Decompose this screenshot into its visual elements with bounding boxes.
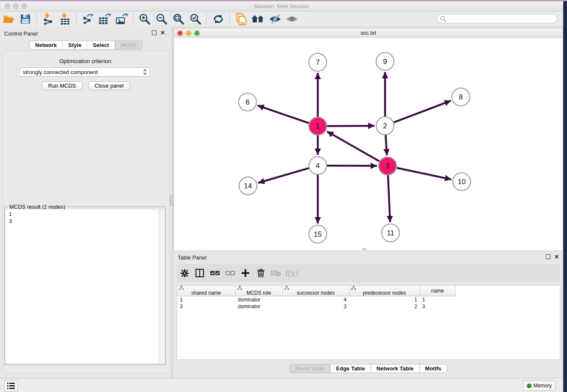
clone-network-icon[interactable] <box>234 13 248 25</box>
graph-node-label-1: 1 <box>316 122 319 130</box>
graph-edge-1-2[interactable] <box>327 126 374 126</box>
import-table-icon[interactable] <box>58 13 72 25</box>
show-all-icon[interactable] <box>285 13 299 25</box>
add-icon[interactable] <box>238 266 253 280</box>
graph-edge-4-14[interactable] <box>258 168 309 183</box>
zoom-network-icon[interactable]: + <box>194 30 200 36</box>
desktop-background <box>563 0 567 392</box>
import-network-icon[interactable] <box>41 13 55 25</box>
network-window-title: scc.txt <box>174 28 563 38</box>
task-history-button[interactable] <box>4 380 18 392</box>
table-cell[interactable]: 2 <box>349 303 420 310</box>
export-image-icon[interactable] <box>115 13 129 25</box>
toolbar-separator <box>76 13 77 25</box>
close-network-icon[interactable]: ✕ <box>177 30 183 36</box>
save-session-icon[interactable] <box>18 13 33 25</box>
mcds-result-scrollbar[interactable] <box>158 210 164 363</box>
graph-edge-3-1[interactable] <box>327 131 380 161</box>
column-header-successor-nodes[interactable]: successor nodes <box>282 286 349 296</box>
tab-node-table[interactable]: Node Table <box>289 364 330 373</box>
select-stepper-icon <box>143 69 147 75</box>
tab-select[interactable]: Select <box>87 41 115 50</box>
network-canvas[interactable]: 7968124314101511 <box>174 38 563 251</box>
statusbar: Memory <box>0 378 563 392</box>
minimize-network-icon[interactable]: − <box>186 30 191 36</box>
table-row[interactable]: 3dominator323 <box>177 303 455 310</box>
toolbar-separator <box>133 13 134 25</box>
search-input[interactable] <box>437 14 557 23</box>
table-tabs: Node TableEdge TableNetwork TableMotifs <box>173 364 563 373</box>
table-cell[interactable]: dominator <box>235 303 282 310</box>
hide-selected-icon[interactable] <box>268 13 282 25</box>
function-builder-icon: f(x) <box>284 266 299 280</box>
tab-mcds[interactable]: MCDS <box>115 41 143 50</box>
float-panel-icon[interactable] <box>152 30 157 35</box>
table-toolbar: f(x) <box>177 264 560 282</box>
graph-edge-2-3[interactable] <box>385 135 387 155</box>
graph-node-label-8: 8 <box>459 93 462 101</box>
tab-network-table[interactable]: Network Table <box>371 364 420 373</box>
table-header-row: shared nameMCDS rolesuccessor nodesprede… <box>177 286 455 296</box>
tab-network[interactable]: Network <box>29 41 63 50</box>
column-header-predecessor-nodes[interactable]: predecessor nodes <box>349 286 420 296</box>
graph-edge-1-6[interactable] <box>258 105 309 123</box>
zoom-fit-icon[interactable] <box>171 13 186 25</box>
minimize-window-icon[interactable] <box>13 3 19 9</box>
float-table-panel-icon[interactable] <box>546 254 550 259</box>
graph-node-label-9: 9 <box>383 58 387 66</box>
table-cell[interactable]: 3 <box>177 303 235 310</box>
run-mcds-button[interactable]: Run MCDS <box>42 81 83 90</box>
control-panel-title: Control Panel <box>4 30 38 37</box>
mcds-result-text: 1 3 <box>9 210 12 225</box>
open-session-icon[interactable] <box>1 13 16 25</box>
graph-edge-4-3[interactable] <box>327 166 377 166</box>
toolbar-separator <box>206 13 207 25</box>
tab-style[interactable]: Style <box>63 41 87 50</box>
close-table-panel-icon[interactable]: ✕ <box>554 254 559 259</box>
mcds-result-area[interactable]: 1 3 <box>6 210 164 363</box>
deselect-all-icon[interactable] <box>223 266 238 280</box>
zoom-window-icon[interactable] <box>22 3 27 9</box>
home-icon[interactable] <box>251 13 265 25</box>
graph-edge-2-8[interactable] <box>394 101 451 122</box>
table-cell[interactable]: 1 <box>420 296 455 304</box>
trash-icon[interactable] <box>253 266 268 280</box>
memory-button[interactable]: Memory <box>523 381 556 391</box>
column-selector-icon[interactable] <box>192 266 207 280</box>
zoom-selected-icon[interactable] <box>188 13 203 25</box>
zoom-in-icon[interactable] <box>138 13 152 25</box>
zoom-out-icon[interactable] <box>154 13 169 25</box>
tab-motifs[interactable]: Motifs <box>420 364 447 373</box>
gear-icon[interactable] <box>177 266 192 280</box>
network-window-titlebar[interactable]: ✕ − + scc.txt <box>174 28 563 39</box>
tab-edge-table[interactable]: Edge Table <box>330 364 371 373</box>
mcds-result-title: MCDS result (2 nodes) <box>8 204 66 210</box>
close-panel-button[interactable]: Close panel <box>88 81 130 90</box>
criterion-select[interactable]: strongly connected component <box>19 67 150 77</box>
table-panel-title: Table Panel <box>178 254 206 261</box>
export-table-icon[interactable] <box>98 13 112 25</box>
table-cell[interactable]: dominator <box>235 296 282 304</box>
toolbar-separator <box>229 13 230 25</box>
table-row[interactable]: 1dominator411 <box>177 296 455 304</box>
table-cell[interactable]: 1 <box>349 296 420 304</box>
mcds-result-group: MCDS result (2 nodes) 1 3 <box>4 207 166 365</box>
network-hscroll-thumb[interactable] <box>362 248 366 250</box>
close-window-icon[interactable] <box>5 3 10 9</box>
node-table[interactable]: shared nameMCDS rolesuccessor nodesprede… <box>177 285 560 360</box>
table-cell[interactable]: 3 <box>420 303 455 310</box>
memory-label: Memory <box>534 383 552 389</box>
graph-edge-3-11[interactable] <box>388 175 390 222</box>
control-panel-tabs: NetworkStyleSelectMCDS <box>0 41 172 50</box>
table-cell[interactable]: 3 <box>282 303 349 310</box>
table-cell[interactable]: 4 <box>282 296 349 304</box>
column-header-MCDS-role[interactable]: MCDS role <box>235 286 282 296</box>
select-all-icon[interactable] <box>207 266 223 280</box>
column-header-name[interactable]: name <box>420 286 455 296</box>
table-cell[interactable]: 1 <box>177 296 235 304</box>
close-panel-icon[interactable]: ✕ <box>160 30 165 35</box>
column-header-shared-name[interactable]: shared name <box>177 286 235 296</box>
graph-edge-3-10[interactable] <box>397 168 451 179</box>
refresh-icon[interactable] <box>211 13 226 25</box>
export-network-icon[interactable] <box>81 13 95 25</box>
